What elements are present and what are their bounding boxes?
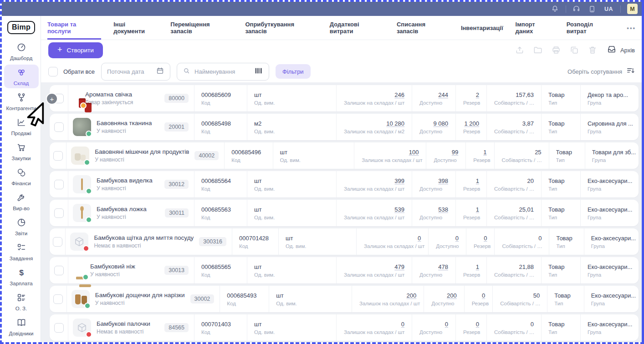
tab-6[interactable]: Списання запасів	[397, 16, 449, 40]
stock-value-link[interactable]: 100	[354, 149, 426, 156]
product-code: 000685563	[201, 206, 247, 213]
product-name[interactable]: Бавовняні мішечки для продуктів	[95, 148, 189, 155]
tab-3[interactable]: Переміщення запасів	[170, 16, 233, 40]
filters-button[interactable]: Фільтри	[276, 64, 311, 79]
duplicate-copy-icon[interactable]	[568, 44, 580, 56]
reserve-value-link[interactable]: 1	[456, 263, 486, 270]
export-upload-icon[interactable]	[514, 44, 526, 56]
tab-2[interactable]: Інші документи	[113, 16, 158, 40]
product-name[interactable]: Бавовняна тканина	[97, 120, 152, 126]
available-value-link[interactable]: 200	[424, 292, 464, 299]
table-row[interactable]: Бамбуковий ніж У наявності 30013 0006855…	[50, 257, 639, 283]
sidebar-item-purchases[interactable]: Закупки	[4, 140, 39, 163]
product-name[interactable]: Бамбукова щітка для миття посуду	[94, 234, 194, 241]
sidebar-item-sales[interactable]: Продажі	[4, 115, 39, 138]
available-value-link[interactable]: 0	[412, 321, 455, 328]
reserve-value-link[interactable]: 1	[456, 206, 486, 213]
sidebar-item-warehouse[interactable]: Склад	[4, 65, 39, 88]
tab-9[interactable]: Розподіл витрат	[567, 16, 615, 40]
sidebar-item-reports[interactable]: Звіти	[4, 215, 39, 238]
row-checkbox[interactable]	[53, 237, 62, 247]
tab-8[interactable]: Імпорт даних	[516, 16, 554, 40]
available-label: Доступно	[424, 301, 464, 306]
row-checkbox[interactable]	[53, 151, 63, 161]
user-avatar[interactable]: M	[627, 4, 638, 14]
available-value-link[interactable]: 478	[412, 263, 455, 270]
search-input[interactable]: Найменування	[177, 63, 269, 81]
sidebar-item-tasks[interactable]: Завдання	[4, 240, 39, 263]
available-value-link[interactable]: 9 080	[412, 120, 455, 127]
stock-value-link[interactable]: 0	[337, 321, 412, 328]
barcode-icon[interactable]	[254, 67, 263, 76]
archive-button[interactable]: Архів	[607, 44, 635, 56]
stock-value-link[interactable]: 479	[337, 263, 412, 270]
sidebar-item-contractors[interactable]: Контрагенти	[4, 90, 39, 113]
sidebar-item-fixed-assets[interactable]: О. З.	[4, 290, 39, 314]
type-value: Товар	[554, 292, 583, 299]
bimp-logo[interactable]: Bimp	[7, 21, 35, 34]
table-row[interactable]: Бамбукова щітка для миття посуду Немає в…	[50, 228, 639, 255]
stock-value-link[interactable]: 246	[337, 91, 412, 98]
create-button[interactable]: + Створити	[48, 42, 103, 58]
more-tabs-icon[interactable]: •••	[627, 25, 636, 31]
row-quick-add-button[interactable]: +	[46, 93, 58, 105]
product-name[interactable]: Бамбуковий ніж	[90, 263, 135, 270]
notifications-bell-icon[interactable]	[547, 5, 563, 13]
product-name[interactable]: Ароматна свічка	[85, 91, 133, 98]
product-name[interactable]: Бамбукова ложка	[97, 206, 147, 212]
available-value-link[interactable]: 0	[429, 235, 466, 242]
reserve-value-link[interactable]: 1	[466, 149, 494, 156]
stock-value-link[interactable]: 399	[337, 177, 412, 184]
table-row[interactable]: Бавовняна тканина У наявності 20001 0006…	[50, 114, 639, 140]
stock-value-link[interactable]: 200	[352, 292, 424, 299]
language-selector[interactable]: UA	[600, 6, 618, 12]
print-icon[interactable]	[550, 44, 562, 56]
reserve-value-link[interactable]: 1	[456, 177, 486, 184]
stock-value-link[interactable]: 539	[337, 206, 412, 213]
reserve-value-link[interactable]: 2	[456, 91, 486, 98]
support-headset-icon[interactable]	[569, 5, 584, 13]
stock-value-link[interactable]: 0	[357, 235, 428, 242]
table-row[interactable]: Бамбукова ложка У наявності 30011 000685…	[50, 200, 639, 226]
move-to-folder-icon[interactable]	[532, 44, 544, 56]
stock-value-link[interactable]: 10 280	[337, 120, 412, 127]
row-checkbox[interactable]	[54, 122, 64, 132]
calendar-icon[interactable]	[156, 66, 164, 77]
product-name[interactable]: Бамбукова виделка	[97, 177, 153, 184]
sort-selector[interactable]: Оберіть сортування	[567, 66, 635, 77]
row-checkbox[interactable]	[54, 208, 64, 218]
sidebar-item-finance[interactable]: Фінанси	[4, 165, 39, 188]
table-row[interactable]: Бамбукові дощечки для нарізки У наявност…	[50, 286, 639, 312]
available-value-link[interactable]: 398	[412, 177, 455, 184]
available-value-link[interactable]: 538	[412, 206, 455, 213]
sidebar-item-dashboard[interactable]: Дашборд	[4, 40, 39, 63]
date-input[interactable]: Поточна дата	[101, 63, 170, 81]
table-row[interactable]: Ароматна свічка Товар закінчується 80000…	[50, 85, 639, 111]
table-row[interactable]: Бамбукова виделка У наявності 30012 0006…	[50, 171, 639, 197]
table-row[interactable]: Бамбукові палочки Немає в наявності 8456…	[50, 314, 639, 341]
reserve-value-link[interactable]: 0	[456, 321, 486, 328]
sidebar-item-directories[interactable]: Довідники	[4, 315, 39, 339]
device-tablet-icon[interactable]	[584, 5, 600, 13]
reserve-value-link[interactable]: 0	[466, 235, 494, 242]
available-value-link[interactable]: 99	[426, 149, 465, 156]
row-checkbox[interactable]	[53, 294, 63, 304]
product-name[interactable]: Бамбукові палочки	[97, 320, 150, 327]
select-all-checkbox[interactable]	[48, 67, 58, 76]
tab-1[interactable]: Товари та послуги	[47, 16, 101, 40]
product-name[interactable]: Бамбукові дощечки для нарізки	[95, 292, 185, 298]
type-label: Тип	[548, 215, 580, 220]
reserve-value-link[interactable]: 0	[465, 292, 493, 299]
table-row[interactable]: Бавовняні мішечки для продуктів У наявно…	[50, 142, 639, 169]
sidebar-item-payroll[interactable]: $ Зарплата	[4, 265, 39, 288]
reserve-value-link[interactable]: 1 200	[456, 120, 486, 127]
row-checkbox[interactable]	[54, 323, 64, 333]
tab-4[interactable]: Оприбуткування запасів	[245, 16, 317, 40]
row-checkbox[interactable]	[54, 180, 64, 189]
delete-trash-icon[interactable]	[587, 44, 598, 56]
tab-7[interactable]: Інвентаризації	[461, 16, 503, 40]
row-checkbox[interactable]	[54, 266, 64, 275]
sidebar-item-production[interactable]: Вир-во	[4, 190, 39, 213]
tab-5[interactable]: Додаткові витрати	[330, 16, 384, 40]
available-value-link[interactable]: 244	[412, 91, 455, 98]
